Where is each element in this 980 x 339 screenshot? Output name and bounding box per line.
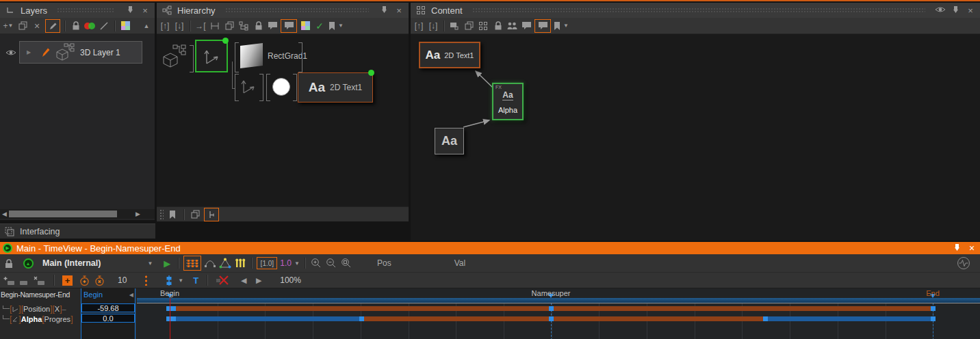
interpolation-dropdown-arrow[interactable]: ▼ xyxy=(178,277,183,284)
layer-row-3d-layer-1[interactable]: ▶ 3D Layer 1 xyxy=(19,41,142,64)
show-comments-toggle[interactable] xyxy=(281,19,297,33)
close-icon[interactable]: × xyxy=(394,5,404,16)
mute-keys-icon[interactable] xyxy=(216,274,229,286)
keyframe[interactable] xyxy=(171,306,176,311)
collapse-column-arrow[interactable]: ◀ xyxy=(129,292,133,298)
scene-state-icon[interactable]: ▲ xyxy=(22,257,34,269)
drag-handle[interactable] xyxy=(159,209,164,220)
pin-icon[interactable] xyxy=(951,243,962,254)
play-button[interactable]: ▶ xyxy=(161,257,173,269)
layers-titlebar[interactable]: Layers × xyxy=(0,3,155,18)
add-keyframe-button[interactable]: + xyxy=(62,275,73,286)
color-label-button[interactable] xyxy=(119,20,131,32)
scroll-left-arrow[interactable]: ◀ xyxy=(0,211,9,217)
stopwatch-add-icon[interactable] xyxy=(78,274,90,286)
text2d-node[interactable]: Aa 2D Text1 xyxy=(298,72,373,103)
hierarchy-titlebar[interactable]: Hierarchy × xyxy=(157,3,409,18)
track-node-name[interactable]: Alpha xyxy=(21,315,42,323)
users-icon[interactable] xyxy=(506,20,518,32)
lock-node-button[interactable] xyxy=(252,20,264,32)
timeline-tracks-area[interactable]: BeginNamesuperEnd Begin-Namesuper-End [ … xyxy=(0,288,980,339)
pin-icon[interactable] xyxy=(378,5,389,16)
track-group-label[interactable]: Begin-Namesuper-End xyxy=(1,290,80,299)
track-param-name[interactable]: X xyxy=(55,305,60,313)
position-x-value-field[interactable]: -59.68 xyxy=(81,303,135,312)
scrollbar-thumb[interactable] xyxy=(9,211,117,217)
color-label-button[interactable] xyxy=(299,20,311,32)
key-interpolation-icon[interactable] xyxy=(163,274,175,286)
duplicate-node-button[interactable] xyxy=(223,20,235,32)
lock-icon[interactable] xyxy=(3,257,15,269)
next-key-arrow[interactable]: ▶ xyxy=(253,274,265,286)
duplicate-button[interactable] xyxy=(463,20,475,32)
layer-copy-icon[interactable] xyxy=(189,208,201,221)
snap-value[interactable]: 10 xyxy=(118,275,127,285)
keyframe[interactable] xyxy=(171,316,176,321)
bookmark-button[interactable]: ▼ xyxy=(553,20,569,32)
rectgrad-node-thumbnail[interactable] xyxy=(240,43,263,68)
lock-button[interactable] xyxy=(491,20,504,32)
move-down-button[interactable]: [↓] xyxy=(173,20,185,32)
prev-key-arrow[interactable]: ◀ xyxy=(237,274,250,286)
material-node-circle[interactable] xyxy=(272,78,290,96)
eye-icon[interactable] xyxy=(935,5,946,16)
trigger-view-toggle[interactable] xyxy=(219,257,231,269)
bookmark-icon[interactable] xyxy=(166,208,179,221)
move-up-button[interactable]: [↑] xyxy=(413,20,425,32)
speed-value[interactable]: 1.0 xyxy=(280,258,292,268)
cursor-column-label[interactable]: Begin xyxy=(83,290,103,299)
subtree-icon-button[interactable] xyxy=(237,20,250,32)
insert-before-button[interactable]: →[ xyxy=(194,20,207,32)
move-down-button[interactable]: [↓] xyxy=(427,20,439,32)
comment-icon[interactable] xyxy=(266,20,279,32)
track-bar[interactable] xyxy=(361,316,767,321)
stopwatch-remove-icon[interactable] xyxy=(93,274,105,286)
keyframe[interactable] xyxy=(763,316,768,321)
grid-view-button[interactable] xyxy=(477,20,489,32)
keyframe[interactable] xyxy=(549,306,554,311)
validate-check-icon[interactable]: ✓ xyxy=(313,20,326,32)
cursor-value-column[interactable]: Begin ◀ -59.68 0.0 xyxy=(81,288,136,339)
insert-between-button[interactable] xyxy=(209,20,221,32)
axis-node-selected[interactable] xyxy=(195,40,228,72)
time-cursor-mode-icon[interactable]: T xyxy=(193,275,198,286)
markers-view-toggle[interactable] xyxy=(234,257,246,269)
track-bar[interactable] xyxy=(168,316,361,321)
close-icon[interactable]: × xyxy=(965,5,976,16)
zoom-in-icon[interactable] xyxy=(310,257,322,269)
speed-dropdown-arrow[interactable]: ▼ xyxy=(294,260,300,267)
content-graph[interactable]: Aa 2D Text1 FX Aa Alpha Aa xyxy=(411,34,980,241)
zoom-percent[interactable]: 100% xyxy=(280,275,301,285)
snapshot-button[interactable] xyxy=(448,20,461,32)
scroll-right-arrow[interactable]: ▶ xyxy=(133,211,142,217)
add-key-icon[interactable] xyxy=(3,274,15,286)
track-row-position[interactable]: [ ] [ Position ] [ X ] – xyxy=(0,304,81,313)
close-icon[interactable]: × xyxy=(966,243,977,254)
duplicate-layer-button[interactable] xyxy=(16,20,29,32)
collapse-panel-button[interactable]: ▲ xyxy=(140,20,153,32)
alpha-progress-value-field[interactable]: 0.0 xyxy=(81,314,135,323)
pin-icon[interactable] xyxy=(950,5,961,16)
render-state-icon[interactable] xyxy=(83,20,96,32)
keyframe[interactable] xyxy=(359,316,364,321)
slash-icon[interactable] xyxy=(98,20,110,32)
dopesheet-view-toggle[interactable] xyxy=(183,256,201,271)
hierarchy-graph[interactable]: RectGrad1 Aa 2D Text1 xyxy=(157,34,409,221)
close-icon[interactable]: × xyxy=(140,5,151,16)
comment-icon[interactable] xyxy=(520,20,532,32)
interfacing-tab[interactable]: Interfacing xyxy=(0,223,155,239)
timeline-canvas[interactable]: BeginNamesuperEnd xyxy=(0,288,980,339)
text-source-node[interactable]: Aa xyxy=(435,128,464,154)
speed-box[interactable]: [1.0] xyxy=(257,257,277,269)
lock-layer-button[interactable] xyxy=(69,20,81,32)
keyframe[interactable] xyxy=(931,316,936,321)
bookmark-button[interactable]: ▼ xyxy=(328,20,344,32)
delete-layer-button[interactable]: × xyxy=(31,20,43,32)
scene-root-icon[interactable] xyxy=(162,44,188,70)
branch-mode-toggle[interactable] xyxy=(204,208,219,221)
track-node-name[interactable]: Position xyxy=(23,305,50,313)
show-comments-toggle[interactable] xyxy=(534,19,551,33)
curve-view-toggle[interactable] xyxy=(204,257,216,269)
delete-key-icon[interactable] xyxy=(33,274,45,286)
scene-dropdown-arrow[interactable]: ▼ xyxy=(147,260,153,267)
